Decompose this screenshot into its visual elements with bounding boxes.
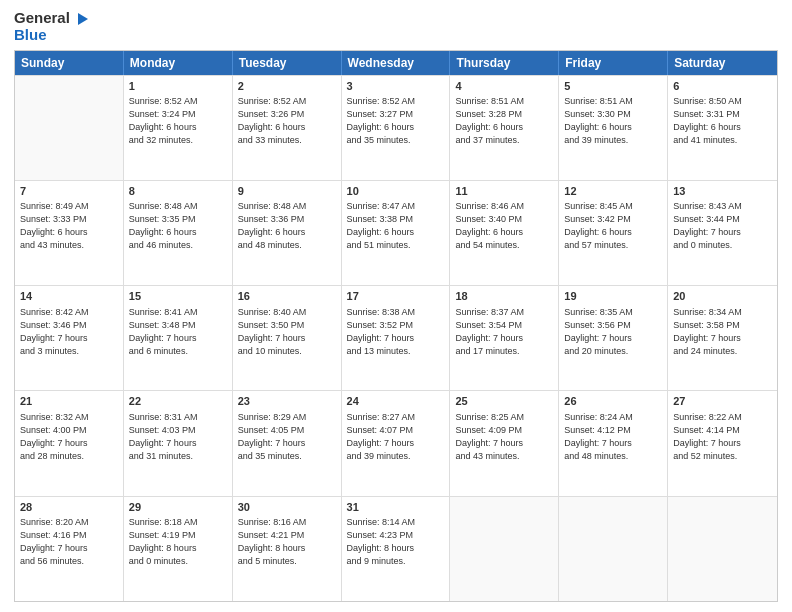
calendar-cell: 21Sunrise: 8:32 AMSunset: 4:00 PMDayligh…	[15, 391, 124, 495]
cell-details: Sunrise: 8:16 AMSunset: 4:21 PMDaylight:…	[238, 516, 336, 568]
day-number: 20	[673, 289, 772, 304]
calendar-header: SundayMondayTuesdayWednesdayThursdayFrid…	[15, 51, 777, 75]
cell-details: Sunrise: 8:18 AMSunset: 4:19 PMDaylight:…	[129, 516, 227, 568]
calendar-cell: 12Sunrise: 8:45 AMSunset: 3:42 PMDayligh…	[559, 181, 668, 285]
cell-details: Sunrise: 8:31 AMSunset: 4:03 PMDaylight:…	[129, 411, 227, 463]
day-number: 15	[129, 289, 227, 304]
day-number: 5	[564, 79, 662, 94]
calendar-cell: 9Sunrise: 8:48 AMSunset: 3:36 PMDaylight…	[233, 181, 342, 285]
calendar-cell: 23Sunrise: 8:29 AMSunset: 4:05 PMDayligh…	[233, 391, 342, 495]
day-number: 19	[564, 289, 662, 304]
cell-details: Sunrise: 8:46 AMSunset: 3:40 PMDaylight:…	[455, 200, 553, 252]
day-header-monday: Monday	[124, 51, 233, 75]
calendar-cell: 29Sunrise: 8:18 AMSunset: 4:19 PMDayligh…	[124, 497, 233, 601]
cell-details: Sunrise: 8:47 AMSunset: 3:38 PMDaylight:…	[347, 200, 445, 252]
calendar-cell: 24Sunrise: 8:27 AMSunset: 4:07 PMDayligh…	[342, 391, 451, 495]
calendar-week-4: 21Sunrise: 8:32 AMSunset: 4:00 PMDayligh…	[15, 390, 777, 495]
calendar-cell: 20Sunrise: 8:34 AMSunset: 3:58 PMDayligh…	[668, 286, 777, 390]
calendar-body: 1Sunrise: 8:52 AMSunset: 3:24 PMDaylight…	[15, 75, 777, 601]
calendar-cell: 10Sunrise: 8:47 AMSunset: 3:38 PMDayligh…	[342, 181, 451, 285]
day-number: 7	[20, 184, 118, 199]
day-number: 3	[347, 79, 445, 94]
cell-details: Sunrise: 8:43 AMSunset: 3:44 PMDaylight:…	[673, 200, 772, 252]
day-number: 9	[238, 184, 336, 199]
cell-details: Sunrise: 8:27 AMSunset: 4:07 PMDaylight:…	[347, 411, 445, 463]
cell-details: Sunrise: 8:29 AMSunset: 4:05 PMDaylight:…	[238, 411, 336, 463]
cell-details: Sunrise: 8:24 AMSunset: 4:12 PMDaylight:…	[564, 411, 662, 463]
page: General Blue SundayMondayTuesdayWednesda…	[0, 0, 792, 612]
logo-arrow-icon	[74, 11, 90, 27]
calendar-cell	[450, 497, 559, 601]
day-number: 1	[129, 79, 227, 94]
calendar-week-3: 14Sunrise: 8:42 AMSunset: 3:46 PMDayligh…	[15, 285, 777, 390]
cell-details: Sunrise: 8:34 AMSunset: 3:58 PMDaylight:…	[673, 306, 772, 358]
calendar-cell: 25Sunrise: 8:25 AMSunset: 4:09 PMDayligh…	[450, 391, 559, 495]
calendar-week-1: 1Sunrise: 8:52 AMSunset: 3:24 PMDaylight…	[15, 75, 777, 180]
day-number: 22	[129, 394, 227, 409]
calendar-cell: 30Sunrise: 8:16 AMSunset: 4:21 PMDayligh…	[233, 497, 342, 601]
calendar-cell: 1Sunrise: 8:52 AMSunset: 3:24 PMDaylight…	[124, 76, 233, 180]
cell-details: Sunrise: 8:20 AMSunset: 4:16 PMDaylight:…	[20, 516, 118, 568]
day-header-tuesday: Tuesday	[233, 51, 342, 75]
calendar-cell: 18Sunrise: 8:37 AMSunset: 3:54 PMDayligh…	[450, 286, 559, 390]
day-number: 11	[455, 184, 553, 199]
cell-details: Sunrise: 8:52 AMSunset: 3:24 PMDaylight:…	[129, 95, 227, 147]
logo-general: General	[14, 10, 90, 27]
calendar-cell: 11Sunrise: 8:46 AMSunset: 3:40 PMDayligh…	[450, 181, 559, 285]
cell-details: Sunrise: 8:51 AMSunset: 3:30 PMDaylight:…	[564, 95, 662, 147]
calendar-cell: 4Sunrise: 8:51 AMSunset: 3:28 PMDaylight…	[450, 76, 559, 180]
day-number: 18	[455, 289, 553, 304]
calendar-cell: 17Sunrise: 8:38 AMSunset: 3:52 PMDayligh…	[342, 286, 451, 390]
calendar-cell: 19Sunrise: 8:35 AMSunset: 3:56 PMDayligh…	[559, 286, 668, 390]
day-number: 30	[238, 500, 336, 515]
day-number: 14	[20, 289, 118, 304]
cell-details: Sunrise: 8:38 AMSunset: 3:52 PMDaylight:…	[347, 306, 445, 358]
header: General Blue	[14, 10, 778, 44]
calendar-cell	[15, 76, 124, 180]
calendar-cell: 26Sunrise: 8:24 AMSunset: 4:12 PMDayligh…	[559, 391, 668, 495]
day-number: 21	[20, 394, 118, 409]
calendar-cell: 14Sunrise: 8:42 AMSunset: 3:46 PMDayligh…	[15, 286, 124, 390]
calendar-cell: 15Sunrise: 8:41 AMSunset: 3:48 PMDayligh…	[124, 286, 233, 390]
day-number: 10	[347, 184, 445, 199]
day-number: 23	[238, 394, 336, 409]
day-header-sunday: Sunday	[15, 51, 124, 75]
calendar-cell: 27Sunrise: 8:22 AMSunset: 4:14 PMDayligh…	[668, 391, 777, 495]
calendar-cell: 5Sunrise: 8:51 AMSunset: 3:30 PMDaylight…	[559, 76, 668, 180]
calendar-cell: 3Sunrise: 8:52 AMSunset: 3:27 PMDaylight…	[342, 76, 451, 180]
calendar-cell: 7Sunrise: 8:49 AMSunset: 3:33 PMDaylight…	[15, 181, 124, 285]
day-header-friday: Friday	[559, 51, 668, 75]
calendar-cell: 13Sunrise: 8:43 AMSunset: 3:44 PMDayligh…	[668, 181, 777, 285]
cell-details: Sunrise: 8:52 AMSunset: 3:27 PMDaylight:…	[347, 95, 445, 147]
logo-text: General Blue	[14, 10, 90, 44]
calendar: SundayMondayTuesdayWednesdayThursdayFrid…	[14, 50, 778, 602]
day-number: 8	[129, 184, 227, 199]
day-number: 27	[673, 394, 772, 409]
calendar-week-2: 7Sunrise: 8:49 AMSunset: 3:33 PMDaylight…	[15, 180, 777, 285]
day-number: 17	[347, 289, 445, 304]
cell-details: Sunrise: 8:48 AMSunset: 3:36 PMDaylight:…	[238, 200, 336, 252]
calendar-cell	[668, 497, 777, 601]
day-header-thursday: Thursday	[450, 51, 559, 75]
logo-blue: Blue	[14, 27, 90, 44]
cell-details: Sunrise: 8:22 AMSunset: 4:14 PMDaylight:…	[673, 411, 772, 463]
calendar-cell: 31Sunrise: 8:14 AMSunset: 4:23 PMDayligh…	[342, 497, 451, 601]
cell-details: Sunrise: 8:37 AMSunset: 3:54 PMDaylight:…	[455, 306, 553, 358]
day-number: 2	[238, 79, 336, 94]
day-number: 16	[238, 289, 336, 304]
calendar-cell: 8Sunrise: 8:48 AMSunset: 3:35 PMDaylight…	[124, 181, 233, 285]
day-number: 12	[564, 184, 662, 199]
cell-details: Sunrise: 8:35 AMSunset: 3:56 PMDaylight:…	[564, 306, 662, 358]
day-header-wednesday: Wednesday	[342, 51, 451, 75]
cell-details: Sunrise: 8:32 AMSunset: 4:00 PMDaylight:…	[20, 411, 118, 463]
day-header-saturday: Saturday	[668, 51, 777, 75]
day-number: 26	[564, 394, 662, 409]
cell-details: Sunrise: 8:25 AMSunset: 4:09 PMDaylight:…	[455, 411, 553, 463]
calendar-cell: 2Sunrise: 8:52 AMSunset: 3:26 PMDaylight…	[233, 76, 342, 180]
day-number: 25	[455, 394, 553, 409]
day-number: 4	[455, 79, 553, 94]
logo: General Blue	[14, 10, 90, 44]
cell-details: Sunrise: 8:50 AMSunset: 3:31 PMDaylight:…	[673, 95, 772, 147]
cell-details: Sunrise: 8:41 AMSunset: 3:48 PMDaylight:…	[129, 306, 227, 358]
calendar-cell: 16Sunrise: 8:40 AMSunset: 3:50 PMDayligh…	[233, 286, 342, 390]
